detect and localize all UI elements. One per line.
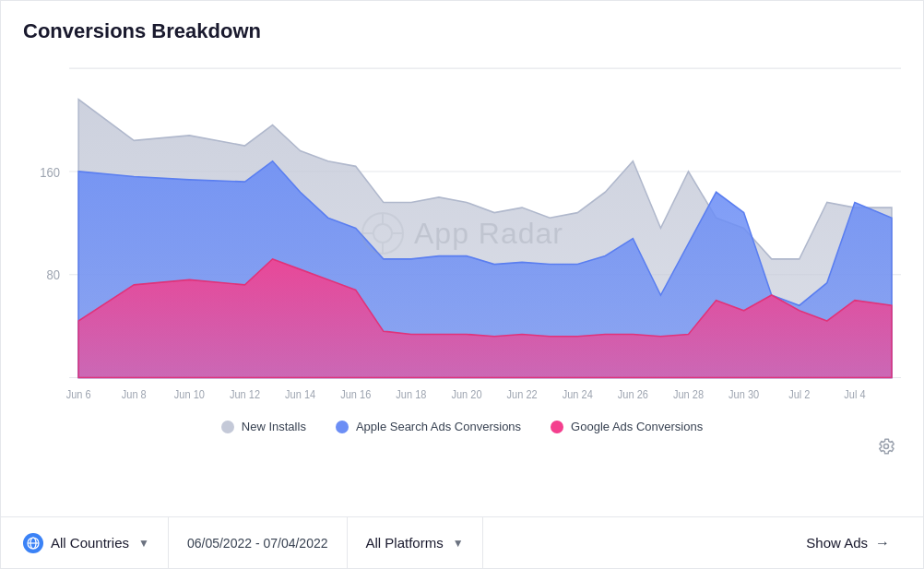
chart-legend: New Installs Apple Search Ads Conversion… [23, 409, 901, 439]
countries-filter[interactable]: All Countries ▼ [16, 517, 169, 568]
chart-area: 160 80 Jun 6 Jun 8 Jun 10 Jun 12 Jun 14 … [23, 58, 901, 409]
chart-section: Conversions Breakdown [1, 1, 923, 516]
legend-dot-google-ads [551, 421, 563, 433]
date-range-filter[interactable]: 06/05/2022 - 07/04/2022 [169, 517, 348, 568]
platforms-filter[interactable]: All Platforms ▼ [348, 517, 483, 568]
svg-text:Jun 30: Jun 30 [729, 387, 760, 400]
conversions-breakdown-card: Conversions Breakdown [0, 0, 924, 569]
svg-text:Jun 10: Jun 10 [174, 387, 206, 400]
legend-dot-new-installs [221, 421, 234, 433]
show-ads-arrow-icon: → [875, 535, 890, 551]
svg-text:Jul 4: Jul 4 [844, 387, 866, 400]
svg-text:Jun 16: Jun 16 [340, 387, 371, 400]
legend-label-google-ads: Google Ads Conversions [571, 420, 703, 433]
show-ads-button[interactable]: Show Ads → [788, 517, 908, 568]
footer-bar: All Countries ▼ 06/05/2022 - 07/04/2022 … [1, 516, 923, 568]
svg-text:160: 160 [40, 165, 60, 180]
svg-text:Jun 14: Jun 14 [285, 387, 316, 400]
show-ads-label: Show Ads [806, 535, 868, 551]
settings-button[interactable] [871, 432, 901, 461]
chart-svg: 160 80 Jun 6 Jun 8 Jun 10 Jun 12 Jun 14 … [23, 58, 901, 409]
legend-label-apple-search: Apple Search Ads Conversions [356, 420, 521, 433]
legend-new-installs: New Installs [221, 420, 306, 433]
legend-dot-apple-search [336, 421, 349, 433]
countries-chevron: ▼ [138, 537, 149, 550]
svg-text:Jun 18: Jun 18 [396, 387, 426, 400]
globe-svg [27, 537, 40, 550]
platforms-chevron: ▼ [453, 537, 464, 550]
svg-text:Jun 24: Jun 24 [563, 387, 594, 400]
svg-text:Jun 6: Jun 6 [66, 387, 91, 400]
legend-apple-search: Apple Search Ads Conversions [336, 420, 521, 433]
legend-google-ads: Google Ads Conversions [551, 420, 703, 433]
platforms-label: All Platforms [366, 535, 444, 551]
gear-icon [877, 437, 895, 456]
svg-text:Jul 2: Jul 2 [788, 387, 810, 400]
svg-text:Jun 28: Jun 28 [673, 387, 704, 400]
globe-icon [23, 533, 43, 553]
legend-label-new-installs: New Installs [242, 420, 306, 433]
svg-text:80: 80 [47, 268, 61, 283]
page-title: Conversions Breakdown [23, 19, 901, 43]
svg-text:Jun 26: Jun 26 [618, 387, 648, 400]
svg-text:Jun 20: Jun 20 [451, 387, 482, 400]
svg-text:Jun 8: Jun 8 [122, 387, 147, 400]
countries-label: All Countries [51, 535, 129, 551]
svg-text:Jun 12: Jun 12 [230, 387, 260, 400]
date-range-label: 06/05/2022 - 07/04/2022 [187, 536, 328, 551]
svg-text:Jun 22: Jun 22 [507, 387, 538, 400]
